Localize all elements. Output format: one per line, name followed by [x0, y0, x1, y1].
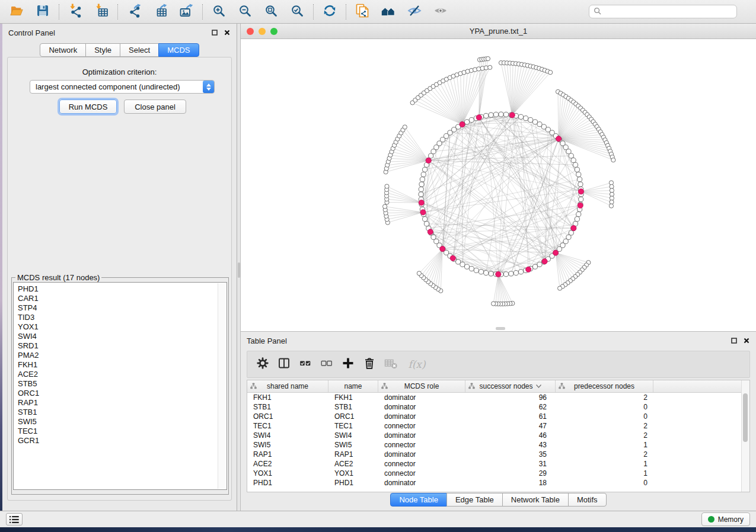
mcds-result-item[interactable]: STB5	[18, 379, 227, 389]
zoom-out-button[interactable]	[232, 2, 258, 22]
open-folder-button[interactable]	[4, 2, 30, 22]
cell-MCDS-role[interactable]: connector	[378, 469, 465, 478]
cell-predecessor-nodes[interactable]: 2	[556, 393, 653, 402]
cell-shared-name[interactable]: SWI4	[247, 431, 328, 440]
table-row[interactable]: SWI5SWI5connector431	[247, 440, 749, 450]
mcds-result-item[interactable]: YOX1	[18, 322, 227, 332]
copy-network-button[interactable]	[349, 2, 375, 22]
cell-shared-name[interactable]: PHD1	[247, 478, 328, 488]
tab-network-table[interactable]: Network Table	[502, 493, 569, 507]
panel-menu-button[interactable]	[6, 513, 23, 525]
cell-shared-name[interactable]: YOX1	[247, 469, 328, 478]
close-window-icon[interactable]	[247, 28, 254, 35]
mcds-result-item[interactable]: STB1	[18, 408, 227, 417]
mcds-network-node[interactable]	[578, 203, 583, 208]
refresh-button[interactable]	[317, 2, 343, 22]
cell-shared-name[interactable]: FKH1	[247, 393, 328, 402]
mcds-result-item[interactable]: CAR1	[18, 294, 227, 303]
cell-predecessor-nodes[interactable]: 0	[556, 402, 653, 412]
cell-predecessor-nodes[interactable]: 1	[556, 469, 653, 478]
network-window-titlebar[interactable]: YPA_prune.txt_1	[241, 24, 756, 39]
cell-name[interactable]: SWI5	[328, 440, 378, 450]
mcds-network-node[interactable]	[509, 113, 515, 118]
column-header-shared-name[interactable]: shared name	[247, 380, 328, 392]
tab-mcds[interactable]: MCDS	[158, 43, 199, 57]
table-row[interactable]: ORC1ORC1dominator610	[247, 412, 749, 421]
run-mcds-button[interactable]: Run MCDS	[59, 100, 117, 114]
table-scrollbar[interactable]	[741, 380, 749, 492]
cell-successor-nodes[interactable]: 62	[465, 402, 556, 412]
table-scrollbar-thumb[interactable]	[743, 393, 748, 442]
table-row[interactable]: YOX1YOX1connector291	[247, 469, 749, 478]
mcds-network-node[interactable]	[476, 115, 481, 120]
sort-chevron-icon[interactable]	[536, 384, 541, 388]
mcds-result-item[interactable]: RAP1	[18, 398, 227, 408]
cell-predecessor-nodes[interactable]: 2	[556, 431, 653, 440]
cell-successor-nodes[interactable]: 46	[465, 431, 556, 440]
mcds-network-node[interactable]	[450, 255, 455, 261]
network-canvas[interactable]	[241, 39, 756, 331]
mcds-result-item[interactable]: PHD1	[18, 284, 227, 294]
mcds-result-item[interactable]: SRD1	[18, 341, 227, 351]
export-table-button[interactable]	[147, 2, 173, 22]
cell-successor-nodes[interactable]: 96	[465, 393, 556, 402]
search-box[interactable]	[589, 5, 737, 18]
cell-name[interactable]: SWI4	[328, 431, 378, 440]
zoom-fit-button[interactable]	[258, 2, 284, 22]
cell-shared-name[interactable]: TEC1	[247, 421, 328, 431]
tab-motifs[interactable]: Motifs	[568, 493, 607, 507]
cell-predecessor-nodes[interactable]: 2	[556, 450, 653, 459]
cell-predecessor-nodes[interactable]: 1	[556, 459, 653, 469]
cell-successor-nodes[interactable]: 61	[465, 412, 556, 421]
cell-shared-name[interactable]: RAP1	[247, 450, 328, 459]
cell-successor-nodes[interactable]: 31	[465, 459, 556, 469]
columns-button[interactable]	[275, 355, 294, 374]
mcds-network-node[interactable]	[419, 200, 424, 206]
cell-shared-name[interactable]: STB1	[247, 402, 328, 412]
tab-style[interactable]: Style	[85, 43, 120, 57]
float-window-icon[interactable]	[211, 29, 218, 36]
mcds-list-scrollbar[interactable]	[218, 283, 226, 489]
cell-name[interactable]: STB1	[328, 402, 378, 412]
table-row[interactable]: SWI4SWI4dominator462	[247, 431, 749, 440]
cell-MCDS-role[interactable]: connector	[378, 440, 465, 450]
gear-button[interactable]	[253, 355, 272, 374]
select-all-button[interactable]	[296, 355, 315, 374]
minimize-window-icon[interactable]	[259, 28, 266, 35]
mcds-result-list[interactable]: PHD1CAR1STP4TID3YOX1SWI4SRD1PMA2FKH1ACE2…	[13, 282, 227, 490]
splitter-handle[interactable]	[238, 262, 240, 278]
search-input[interactable]	[604, 7, 736, 17]
cell-successor-nodes[interactable]: 43	[465, 440, 556, 450]
mcds-network-node[interactable]	[420, 210, 426, 215]
mcds-result-item[interactable]: PMA2	[18, 351, 227, 360]
export-network-button[interactable]	[121, 2, 147, 22]
cell-name[interactable]: YOX1	[328, 469, 378, 478]
mcds-result-item[interactable]: TID3	[18, 313, 227, 322]
close-panel-button[interactable]: Close panel	[124, 100, 186, 114]
mcds-network-node[interactable]	[428, 229, 433, 235]
mcds-result-item[interactable]: SWI5	[18, 417, 227, 427]
cell-predecessor-nodes[interactable]: 0	[556, 478, 653, 488]
mcds-result-item[interactable]: ORC1	[18, 389, 227, 398]
mcds-network-node[interactable]	[460, 121, 465, 127]
mcds-network-node[interactable]	[542, 259, 547, 264]
export-image-button[interactable]	[173, 2, 199, 22]
show-eye-button[interactable]	[428, 2, 454, 22]
mcds-result-item[interactable]: FKH1	[18, 360, 227, 370]
table-row[interactable]: TEC1TEC1connector472	[247, 421, 749, 431]
cell-name[interactable]: TEC1	[328, 421, 378, 431]
float-table-panel-icon[interactable]	[731, 337, 738, 344]
tab-select[interactable]: Select	[120, 43, 159, 57]
import-network-button[interactable]	[62, 2, 88, 22]
column-header-MCDS-role[interactable]: MCDS role	[378, 380, 465, 392]
cell-name[interactable]: PHD1	[328, 478, 378, 488]
cell-MCDS-role[interactable]: connector	[378, 459, 465, 469]
mcds-network-node[interactable]	[426, 158, 431, 163]
close-panel-icon[interactable]	[224, 29, 231, 36]
cell-MCDS-role[interactable]: dominator	[378, 478, 465, 488]
cell-shared-name[interactable]: SWI5	[247, 440, 328, 450]
cell-name[interactable]: ACE2	[328, 459, 378, 469]
mcds-network-node[interactable]	[553, 250, 558, 255]
mcds-result-item[interactable]: GCR1	[18, 436, 227, 446]
mcds-network-node[interactable]	[578, 189, 583, 194]
